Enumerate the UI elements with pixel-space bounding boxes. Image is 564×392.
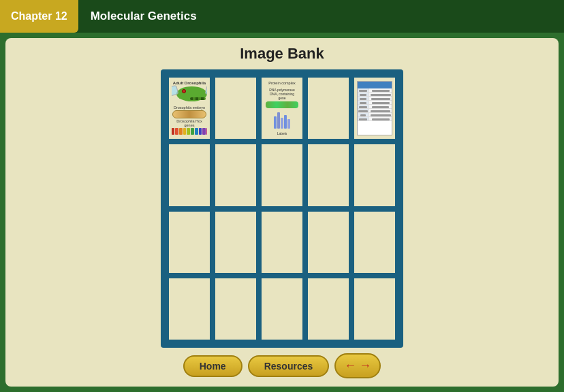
page-title: Image Bank [240, 45, 324, 63]
grid-cell-3-2[interactable] [259, 276, 305, 342]
next-arrow[interactable]: → [359, 359, 371, 373]
bar-5 [287, 119, 290, 129]
drosophila-thumbnail: Adult Drosophila Drosophila embryo Droso… [172, 81, 208, 135]
grid-cell-1-1[interactable] [213, 142, 259, 208]
datatable-thumbnail [357, 81, 393, 135]
grid-cell-0-2[interactable]: Protein complex RNA polymeraseDNA, conta… [259, 75, 305, 142]
resources-button[interactable]: Resources [248, 355, 330, 377]
grid-cell-1-3[interactable] [305, 142, 351, 208]
hox-bar-3 [179, 128, 183, 135]
adult-drosophila-label: Adult Drosophila [172, 81, 208, 85]
grid-cell-2-3[interactable] [305, 209, 351, 276]
grid-cell-1-4[interactable] [351, 142, 398, 208]
hox-bar-9 [202, 128, 206, 135]
embryo-image [172, 110, 206, 118]
grid-cell-1-2[interactable] [259, 142, 305, 208]
protein-squiggle [266, 101, 298, 108]
protein-label: Protein complex [268, 81, 295, 85]
fly-body [176, 86, 207, 101]
chapter-label: Chapter 12 [11, 10, 67, 22]
hox-bar-8 [199, 128, 202, 135]
hox-bar-1 [172, 128, 175, 135]
grid-cell-0-4[interactable] [351, 75, 398, 142]
grid-cell-1-0[interactable] [166, 142, 213, 208]
fly-wing-right [205, 85, 208, 98]
fly-eye [182, 89, 186, 93]
embryo-label: Drosophila embryo [172, 105, 208, 110]
hox-bar-10 [206, 128, 207, 135]
bar-3 [281, 118, 283, 129]
bottom-nav: Home Resources ← → [183, 348, 381, 380]
home-button[interactable]: Home [183, 355, 242, 377]
protein-thumbnail: Protein complex RNA polymeraseDNA, conta… [264, 81, 300, 135]
rna-label: RNA polymeraseDNA, containinggene [269, 88, 295, 100]
hox-bar-6 [191, 128, 194, 135]
nav-arrows: ← → [334, 353, 381, 378]
chapter-tab: Chapter 12 [0, 0, 78, 33]
protein-shape-bars [274, 112, 290, 129]
hox-bars [172, 128, 208, 135]
grid-cell-2-2[interactable] [259, 209, 305, 276]
bar-4 [284, 115, 287, 129]
hox-bar-7 [195, 128, 198, 135]
header: Chapter 12 Molecular Genetics [0, 0, 564, 33]
table-row-8 [358, 117, 392, 121]
fly-wing-left [172, 85, 179, 98]
fly-abdomen [190, 97, 206, 100]
hox-label: Drosophila Hox genes [172, 119, 208, 127]
bar-1 [274, 116, 277, 129]
bar-2 [277, 112, 280, 129]
grid-cell-2-0[interactable] [166, 209, 213, 276]
grid-cell-0-0[interactable]: Adult Drosophila Drosophila embryo Droso… [166, 75, 213, 142]
grid-cell-2-1[interactable] [213, 209, 259, 276]
table-header-bar [358, 82, 392, 88]
header-title: Molecular Genetics [91, 10, 197, 23]
grid-cell-3-3[interactable] [305, 276, 351, 342]
grid-cell-3-0[interactable] [166, 276, 213, 342]
grid-cell-2-4[interactable] [351, 209, 398, 276]
grid-cell-0-1[interactable] [213, 75, 259, 142]
prev-arrow[interactable]: ← [344, 359, 356, 373]
hox-bar-4 [183, 128, 187, 135]
labels-label: Labels [277, 131, 287, 135]
main-content: Image Bank Adult Drosophila Drosoph [5, 38, 559, 387]
grid-cell-0-3[interactable] [305, 75, 351, 142]
grid-cell-3-1[interactable] [213, 276, 259, 342]
image-grid: Adult Drosophila Drosophila embryo Droso… [161, 69, 403, 348]
hox-bar-2 [175, 128, 178, 135]
grid-cell-3-4[interactable] [351, 276, 398, 342]
hox-bar-5 [187, 128, 190, 135]
